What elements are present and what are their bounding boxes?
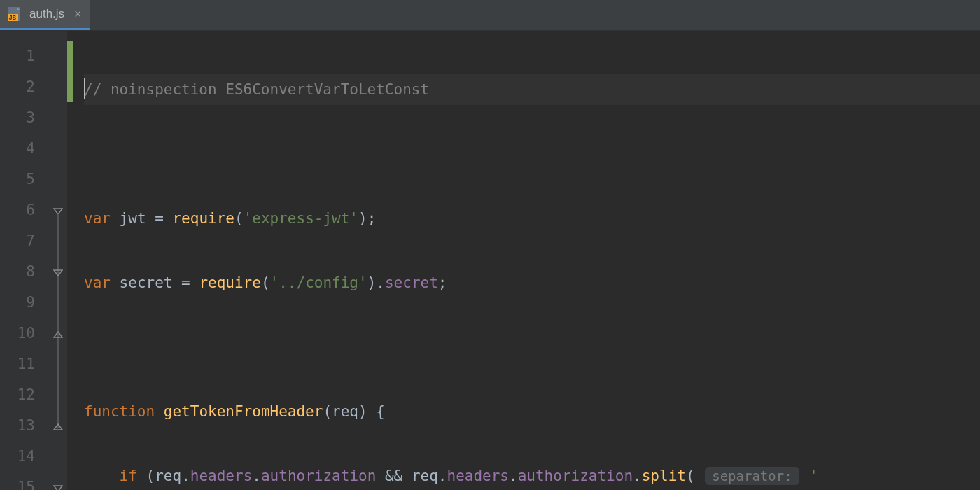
js-file-icon: JS	[7, 6, 24, 22]
code-area[interactable]: // noinspection ES6ConvertVarToLetConst …	[73, 31, 980, 490]
text-cursor	[84, 78, 85, 99]
line-number: 4	[0, 133, 52, 164]
line-number: 15	[0, 472, 52, 490]
code-line[interactable]: // noinspection ES6ConvertVarToLetConst	[84, 74, 980, 105]
fold-toggle-icon[interactable]	[53, 266, 63, 276]
modification-bar	[67, 31, 73, 490]
parameter-hint: separator:	[705, 467, 799, 485]
line-number: 10	[0, 318, 52, 349]
fold-column	[52, 31, 67, 490]
code-line[interactable]: if (req.headers.authorization && req.hea…	[84, 461, 980, 490]
code-line[interactable]: var secret = require('../config').secret…	[84, 267, 980, 298]
fold-toggle-icon[interactable]	[53, 482, 63, 490]
line-number: 3	[0, 102, 52, 133]
line-number: 1	[0, 41, 52, 71]
fold-toggle-icon[interactable]	[53, 204, 63, 214]
line-number: 9	[0, 287, 52, 318]
line-number: 5	[0, 164, 52, 195]
tab-label: auth.js	[29, 7, 64, 21]
code-editor[interactable]: 1 2 3 4 5 6 7 8 9 10 11 12 13 14 15	[0, 31, 980, 490]
code-line[interactable]: function getTokenFromHeader(req) {	[84, 396, 980, 427]
line-number: 13	[0, 410, 52, 441]
code-line[interactable]: var jwt = require('express-jwt');	[84, 203, 980, 234]
fold-toggle-icon[interactable]	[53, 420, 63, 430]
fold-toggle-icon[interactable]	[53, 328, 63, 337]
code-line[interactable]	[84, 332, 980, 363]
code-line[interactable]	[84, 139, 980, 169]
tab-auth-js[interactable]: JS auth.js ×	[0, 0, 90, 30]
line-number: 2	[0, 71, 52, 102]
line-number-gutter: 1 2 3 4 5 6 7 8 9 10 11 12 13 14 15	[0, 31, 52, 490]
line-number: 6	[0, 195, 52, 225]
line-number: 11	[0, 349, 52, 379]
line-number: 12	[0, 379, 52, 410]
line-number: 8	[0, 256, 52, 287]
tab-bar: JS auth.js ×	[0, 0, 980, 31]
close-icon[interactable]: ×	[74, 8, 82, 20]
line-number: 7	[0, 225, 52, 256]
svg-text:JS: JS	[9, 14, 17, 21]
line-number: 14	[0, 441, 52, 472]
